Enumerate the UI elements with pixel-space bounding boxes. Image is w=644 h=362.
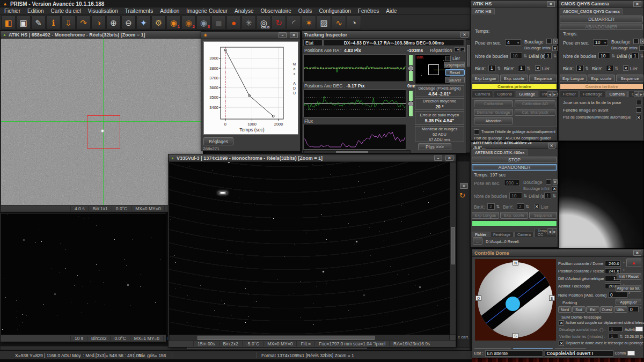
stop-button[interactable]: STOP: [472, 157, 557, 163]
biny-field[interactable]: 1: [518, 65, 525, 71]
delai-field[interactable]: 1: [545, 53, 552, 59]
menu-item[interactable]: Addition: [160, 8, 179, 14]
tab-atik-hs[interactable]: ATIK HS: [472, 8, 495, 14]
verifier-field[interactable]: 1: [609, 334, 618, 339]
save-icon[interactable]: ▣: [16, 16, 31, 29]
delai-spinner[interactable]: ⇅: [552, 194, 557, 198]
tabs-scroll-left-icon[interactable]: ◀: [547, 91, 552, 97]
nbre-field[interactable]: 10: [598, 53, 610, 59]
arc-icon[interactable]: ◜: [287, 16, 301, 29]
panel-tab[interactable]: Camera: [514, 232, 534, 237]
tabs-scroll-left-icon[interactable]: ◀: [634, 91, 639, 97]
tab-artemis[interactable]: ARTEMIS CCD ATIK-460ex: [472, 149, 528, 156]
parking-direction-button[interactable]: Ouest: [600, 306, 613, 313]
close-icon[interactable]: ✕: [460, 183, 468, 189]
panel-tab[interactable]: Options: [494, 91, 515, 97]
tracking-titlebar[interactable]: Tracking Inspector ✕: [302, 31, 471, 39]
deplacer-dome-checkbox[interactable]: ✕: [559, 341, 564, 346]
menu-item[interactable]: Fichier: [4, 8, 20, 14]
exp-courte-button[interactable]: Exp. courte: [500, 212, 528, 219]
atik-panel-titlebar[interactable]: ATIK HS ✕: [471, 1, 557, 8]
panel-tab[interactable]: Fenêtrage: [580, 91, 605, 97]
v335-image-view[interactable]: [169, 162, 450, 335]
wave-icon[interactable]: ∿: [332, 16, 346, 29]
qhy-panel-titlebar[interactable]: CMOS QHY5 Camera ✕: [559, 1, 643, 8]
menu-item[interactable]: Analyse: [235, 8, 254, 14]
v335-titlebar[interactable]: ▲ V335Vul-3 | 1374x1099 - Monochrome - R…: [169, 154, 456, 162]
camera-2-icon[interactable]: ◉2: [181, 16, 196, 29]
gear-icon[interactable]: ⚙: [151, 16, 166, 29]
close-icon[interactable]: ✕: [460, 32, 469, 38]
stop-loop-icon[interactable]: ✕: [640, 39, 644, 44]
abandonner-button[interactable]: ABANDONNER: [472, 164, 557, 171]
parking-azimuth-field[interactable]: 0: [628, 306, 639, 312]
tab-ascom-qhy5[interactable]: ASCOM_CMOS QHY5 Camera: [560, 8, 623, 14]
cal-sharplock-button[interactable]: Cal. Sharplock: [515, 109, 555, 116]
exp-longue-button[interactable]: Exp Longue: [472, 212, 499, 219]
undo-arrow-icon[interactable]: ⇩: [61, 16, 76, 29]
verifier-spinner[interactable]: ⇅: [619, 334, 624, 339]
nbre-field[interactable]: 10: [510, 53, 522, 59]
parking-direction-button[interactable]: Sud: [572, 306, 586, 313]
binx-spinner[interactable]: ⇅: [584, 66, 589, 71]
pose-combobox[interactable]: 900▾: [504, 180, 520, 186]
calibration-button[interactable]: Calibration: [474, 100, 513, 107]
appliquer-button[interactable]: Appliquer: [616, 299, 641, 305]
zoom-out-icon[interactable]: ⊖: [121, 16, 136, 29]
tabs-scroll-left-icon[interactable]: ◀: [547, 228, 552, 234]
flame-icon[interactable]: ✶: [302, 16, 316, 29]
star-preview-icon[interactable]: ✦: [136, 16, 151, 29]
menu-item[interactable]: Visualisation: [88, 8, 118, 14]
panel-tab[interactable]: Camera: [606, 91, 627, 97]
tabs-scroll-right-icon[interactable]: ▶: [552, 91, 557, 97]
graph-titlebar[interactable]: ✴ – ✕: [201, 32, 300, 39]
panel-tab[interactable]: Guidage: [516, 91, 538, 97]
fenetre-avant-checkbox[interactable]: [636, 107, 641, 113]
bouclage-infini-checkbox[interactable]: ✕: [552, 46, 558, 51]
tabs-scroll-right-icon[interactable]: ▶: [552, 228, 557, 234]
sequence-button[interactable]: Sequence: [529, 75, 557, 82]
binx-spinner[interactable]: ⇅: [495, 204, 500, 209]
delai-field[interactable]: 1: [544, 193, 551, 199]
nbre-spinner[interactable]: ⇅: [523, 194, 528, 198]
binx-field[interactable]: 2: [576, 65, 584, 71]
bouclage-checkbox[interactable]: [546, 179, 551, 184]
menu-item[interactable]: Observatoire: [261, 8, 291, 14]
trouver-etoile-checkbox[interactable]: [474, 129, 479, 135]
activer-suivi-checkbox[interactable]: ✕: [559, 320, 564, 326]
disk-icon[interactable]: ◔: [347, 16, 361, 29]
pose-combobox[interactable]: 10▾: [593, 39, 608, 46]
calib-icon[interactable]: ◎CALIB: [257, 16, 271, 29]
crop-frame-icon[interactable]: ▨: [317, 16, 331, 29]
nbre-field[interactable]: 10: [509, 193, 522, 199]
decalage-azimutal-field[interactable]: 1: [609, 327, 623, 332]
parking-direction-button[interactable]: Nord: [558, 306, 572, 313]
atik-image-titlebar[interactable]: ▲ ATIK HS | 658x492 - Monochrome - Réels…: [1, 31, 202, 39]
dome-alarm-button[interactable]: ▲: [626, 258, 641, 267]
bouclage-infini-checkbox[interactable]: ✕: [552, 186, 557, 191]
pose-combobox[interactable]: 4▾: [505, 39, 521, 46]
nbre-spinner[interactable]: ⇅: [523, 54, 528, 58]
sequence-button[interactable]: Sequence: [616, 75, 643, 82]
half-sphere-icon[interactable]: ◑: [91, 16, 106, 29]
sync-red-icon[interactable]: ↻: [272, 16, 286, 29]
zoom-in-icon[interactable]: ⊕: [106, 16, 121, 29]
binx-spinner[interactable]: ⇅: [496, 66, 501, 71]
dec-gauge-slider[interactable]: [408, 90, 414, 117]
close-icon[interactable]: ✕: [548, 143, 555, 149]
exp-courte-button[interactable]: Exp. courte: [500, 75, 528, 82]
stop-loop-icon[interactable]: ✕: [553, 179, 558, 184]
delai-field[interactable]: 1: [632, 53, 639, 59]
menu-item[interactable]: Fenêtres: [358, 8, 379, 14]
plus-button[interactable]: Plus >>>: [418, 143, 451, 150]
nelle-position-field[interactable]: 0: [608, 292, 627, 298]
sequence-button[interactable]: Sequence: [529, 212, 557, 219]
lier-checkbox[interactable]: ✕: [535, 65, 540, 71]
binx-field[interactable]: 2: [487, 203, 495, 210]
bouclage-checkbox[interactable]: [633, 39, 639, 44]
menu-item[interactable]: Edition: [27, 8, 44, 14]
calibration-ao-button[interactable]: Calibration AO: [515, 100, 555, 107]
camera-3-icon[interactable]: ◉3: [196, 16, 211, 29]
camera-1-icon[interactable]: ◉1: [166, 16, 181, 29]
bouclage-infini-checkbox[interactable]: [639, 46, 644, 51]
